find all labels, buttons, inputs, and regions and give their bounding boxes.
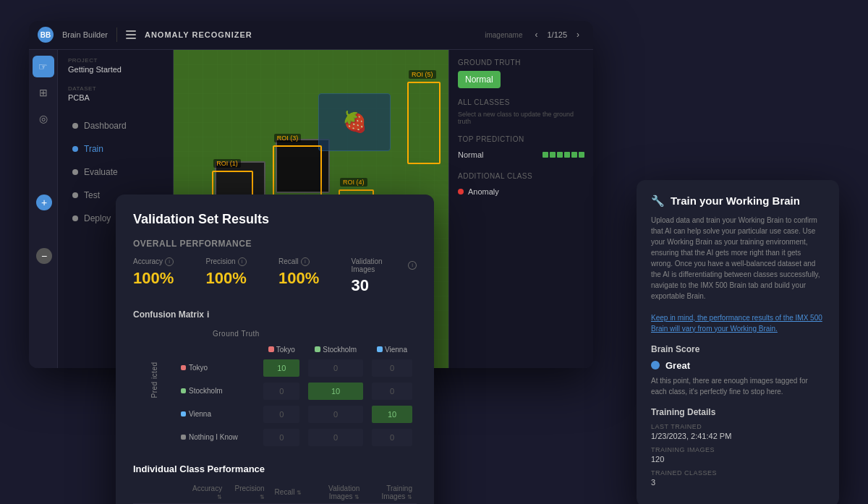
training-details-section: Training Details Last Trained 1/23/2023,… [651, 407, 825, 487]
cm-cell-2-0: 0 [263, 406, 299, 423]
tool-strip: ☞ ⊞ ◎ + − [29, 50, 58, 368]
project-value: Getting Started [68, 65, 163, 74]
overall-perf-header: Overall Performance [133, 239, 417, 249]
metric-accuracy: Accuracy i 100% [133, 257, 199, 295]
cm-col-vienna: Vienna [367, 343, 417, 356]
brain-score-section: Brain Score Great At this point, there a… [651, 344, 825, 397]
validation-panel: Validation Set Results Overall Performan… [116, 195, 434, 505]
conf-bar-2 [550, 152, 556, 158]
precision-info[interactable]: i [238, 257, 247, 266]
evaluate-label: Evaluate [84, 167, 118, 177]
train-note-link[interactable]: Keep in mind, the performance results of… [651, 314, 822, 333]
cm-ground-truth-label: Ground Truth [213, 330, 260, 338]
dataset-label: DATASET [68, 85, 163, 92]
separator [116, 27, 117, 42]
recall-info[interactable]: i [301, 257, 310, 266]
cm-row-nothing: Nothing I Know 0 0 0 [176, 426, 417, 449]
conf-bar-3 [557, 152, 563, 158]
perf-th-precision[interactable]: Precision ⇅ [226, 482, 269, 504]
perf-th-train[interactable]: Training Images ⇅ [364, 482, 417, 504]
header-right: imagename ‹ 1/125 › [485, 28, 584, 41]
grid-tool[interactable]: ⊞ [33, 82, 54, 103]
right-panel: Ground Truth Normal All Classes Select a… [448, 50, 593, 368]
class-perf-title: Individual Class Performance [133, 464, 417, 474]
all-classes-hint: Select a new class to update the ground … [458, 111, 584, 125]
cm-col-stockholm: Stockholm [304, 343, 367, 356]
sidebar-item-dashboard[interactable]: Dashboard [62, 115, 169, 137]
raspberry-pi: 🍓 [318, 93, 391, 151]
add-button[interactable]: + [36, 195, 52, 210]
precision-label: Precision i [206, 257, 272, 266]
remove-button[interactable]: − [36, 248, 52, 264]
conf-bar-6 [579, 152, 584, 158]
cm-title: Confusion Matrix i [133, 309, 417, 320]
sidebar-dataset: DATASET PCBA [58, 78, 173, 106]
cm-row-tokyo: Tokyo 10 0 0 [176, 356, 417, 380]
perf-th-recall[interactable]: Recall ⇅ [269, 482, 306, 504]
test-icon [72, 192, 78, 198]
cm-cell-3-2: 0 [372, 429, 412, 446]
anomaly-dot [458, 189, 464, 195]
val-images-value: 30 [352, 276, 417, 295]
sidebar-item-evaluate[interactable]: Evaluate [62, 161, 169, 183]
cm-cell-1-1: 10 [308, 383, 363, 400]
confidence-bars [542, 152, 584, 158]
roi-4-label: ROI (4) [340, 178, 367, 187]
last-trained-label: Last Trained [651, 423, 825, 430]
conf-bar-4 [564, 152, 570, 158]
anomaly-label: Anomaly [468, 187, 499, 196]
cm-row-stockholm: Stockholm 0 10 0 [176, 380, 417, 403]
last-trained-row: Last Trained 1/23/2023, 2:41:42 PM [651, 423, 825, 440]
sidebar-project: PROJECT Getting Started [58, 50, 173, 78]
accuracy-info[interactable]: i [165, 257, 174, 266]
prev-arrow[interactable]: ‹ [529, 28, 542, 41]
next-arrow[interactable]: › [571, 28, 584, 41]
cm-table: Tokyo Stockholm [176, 343, 417, 449]
trained-classes-label: Trained Classes [651, 469, 825, 477]
cursor-tool[interactable]: ☞ [33, 56, 54, 77]
project-label: PROJECT [68, 57, 163, 64]
top-prediction-section: Top Prediction Normal [458, 135, 584, 162]
ground-truth-title: Ground Truth [458, 59, 584, 67]
evaluate-icon [72, 169, 78, 175]
app-title: ANOMALY RECOGNIZER [145, 30, 252, 39]
conf-bar-5 [571, 152, 577, 158]
additional-class-title: Additional Class [458, 172, 584, 180]
cm-cell-0-2: 0 [372, 359, 412, 377]
titlebar: BB Brain Builder ANOMALY RECOGNIZER imag… [29, 21, 593, 50]
sidebar-item-train[interactable]: Train [62, 138, 169, 160]
confusion-matrix-section: Confusion Matrix i Ground Truth Pred ict… [133, 309, 417, 449]
metrics-grid: Accuracy i 100% Precision i 100% Recall … [133, 257, 417, 295]
recall-label: Recall i [278, 257, 344, 266]
accuracy-label: Accuracy i [133, 257, 199, 266]
hamburger-icon[interactable] [126, 30, 136, 39]
target-tool[interactable]: ◎ [33, 108, 54, 129]
cm-cell-3-0: 0 [263, 429, 299, 446]
app-brand: Brain Builder [62, 30, 108, 39]
additional-class-row: Anomaly [458, 184, 584, 199]
validation-title: Validation Set Results [133, 212, 417, 227]
precision-value: 100% [206, 269, 272, 288]
train-description: Upload data and train your Working Brain… [651, 215, 825, 334]
pagination: ‹ 1/125 › [529, 28, 584, 41]
dashboard-icon [72, 123, 78, 129]
all-classes-title: All Classes [458, 98, 584, 106]
prediction-label: Normal [458, 150, 483, 159]
val-images-info[interactable]: i [408, 261, 417, 270]
roi-5[interactable]: ROI (5) [407, 82, 441, 164]
recall-value: 100% [278, 269, 344, 288]
roi-5-label: ROI (5) [409, 70, 436, 79]
cm-cell-2-1: 0 [308, 406, 363, 423]
cm-info[interactable]: i [207, 309, 209, 320]
deploy-label: Deploy [84, 213, 111, 223]
image-name: imagename [485, 31, 522, 39]
cm-cell-1-0: 0 [263, 383, 299, 400]
cm-predicted-label: Pred icted [150, 362, 158, 398]
score-label: Great [665, 360, 690, 371]
score-dot [651, 361, 660, 370]
training-images-label: Training Images [651, 446, 825, 453]
train-title: 🔧 Train your Working Brain [651, 195, 825, 208]
perf-th-accuracy[interactable]: Accuracy ⇅ [184, 482, 227, 504]
cm-row-vienna: Vienna 0 0 10 [176, 403, 417, 426]
perf-th-val[interactable]: Validation Images ⇅ [306, 482, 364, 504]
